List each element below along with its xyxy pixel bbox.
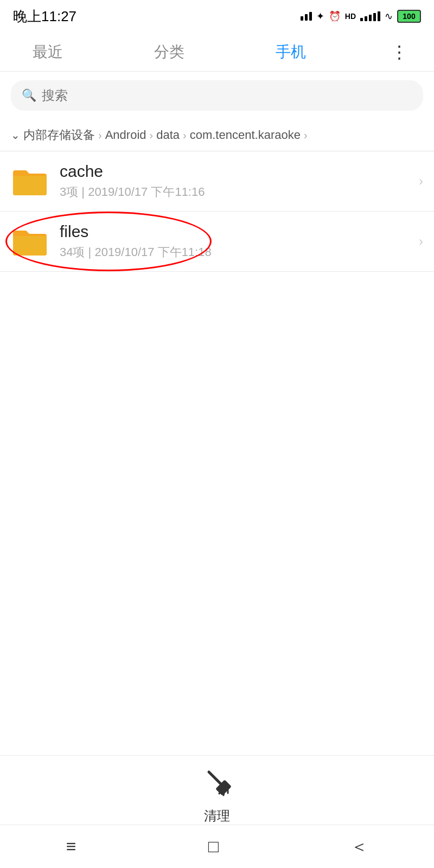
file-meta-files: 34项 | 2019/10/17 下午11:18 (60, 244, 419, 260)
folder-icon-files (11, 225, 49, 258)
hd-icon: HD (345, 12, 356, 21)
nav-menu-button[interactable]: ≡ (50, 831, 93, 862)
nav-back-button[interactable]: ＜ (334, 829, 384, 864)
breadcrumb-item-data[interactable]: data (156, 128, 180, 142)
battery-icon: 100 (397, 10, 421, 23)
file-item-files[interactable]: files 34项 | 2019/10/17 下午11:18 › (0, 212, 434, 272)
file-info-files: files 34项 | 2019/10/17 下午11:18 (60, 222, 419, 260)
alarm-icon: ⏰ (329, 10, 341, 22)
status-time: 晚上11:27 (13, 7, 76, 26)
tab-bar: 最近 分类 手机 ⋮ (0, 33, 434, 72)
cellular-icon (360, 11, 380, 21)
tab-recent[interactable]: 最近 (22, 37, 74, 67)
file-meta-cache: 3项 | 2019/10/17 下午11:16 (60, 184, 419, 200)
file-list: cache 3项 | 2019/10/17 下午11:16 › files 34… (0, 151, 434, 272)
file-name-cache: cache (60, 162, 419, 181)
breadcrumb: ⌄ 内部存储设备 › Android › data › com.tencent.… (0, 119, 434, 151)
signal-dots-icon (301, 12, 312, 21)
tab-phone[interactable]: 手机 (265, 37, 317, 67)
breadcrumb-separator-4: › (304, 129, 308, 142)
more-menu-button[interactable]: ⋮ (386, 37, 412, 67)
file-info-cache: cache 3项 | 2019/10/17 下午11:16 (60, 162, 419, 200)
file-item-cache[interactable]: cache 3项 | 2019/10/17 下午11:16 › (0, 151, 434, 212)
search-input[interactable] (42, 88, 412, 103)
svg-line-0 (209, 772, 222, 786)
breadcrumb-item-package[interactable]: com.tencent.karaoke (190, 128, 301, 142)
tab-category[interactable]: 分类 (143, 37, 195, 67)
clean-label[interactable]: 清理 (204, 807, 230, 825)
folder-icon-cache (11, 165, 49, 197)
status-icons: ✦ ⏰ HD ∿ 100 (301, 10, 421, 23)
chevron-right-icon-files: › (419, 234, 423, 249)
breadcrumb-separator: › (98, 129, 102, 142)
bluetooth-icon: ✦ (316, 10, 324, 22)
search-icon: 🔍 (22, 88, 36, 103)
search-container: 🔍 (0, 72, 434, 119)
breadcrumb-item-storage[interactable]: 内部存储设备 (23, 127, 95, 143)
nav-home-button[interactable]: □ (192, 831, 235, 862)
svg-line-3 (224, 790, 225, 795)
breadcrumb-item-android[interactable]: Android (105, 128, 146, 142)
chevron-right-icon-cache: › (419, 174, 423, 189)
wifi-icon: ∿ (385, 10, 393, 22)
status-bar: 晚上11:27 ✦ ⏰ HD ∿ 100 (0, 0, 434, 33)
bottom-clean-section: 清理 (0, 755, 434, 825)
clean-brush-icon[interactable] (201, 767, 233, 803)
nav-bar: ≡ □ ＜ (0, 825, 434, 868)
chevron-down-icon[interactable]: ⌄ (11, 129, 20, 142)
search-bar[interactable]: 🔍 (11, 80, 423, 111)
breadcrumb-separator-2: › (150, 129, 154, 142)
file-name-files: files (60, 222, 419, 241)
breadcrumb-separator-3: › (183, 129, 187, 142)
